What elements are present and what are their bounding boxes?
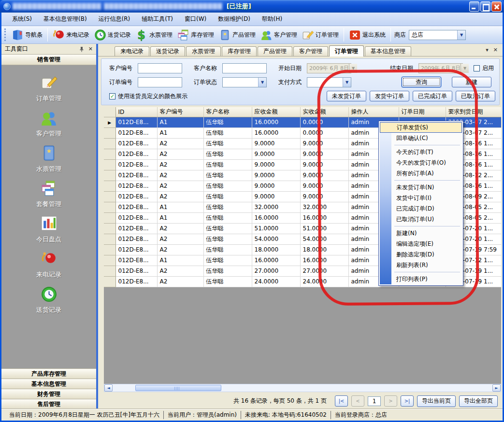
end-date-picker[interactable]: 2009年 6月 8日 ▼ — [418, 63, 463, 73]
chevron-down-icon[interactable]: ▼ — [457, 30, 465, 40]
tab-scroll-caret-icon[interactable]: ▾ — [486, 47, 489, 53]
sidebar-item-delivery-record[interactable]: 送货记录 — [20, 285, 78, 314]
sidebar-section[interactable]: 产品库存管理 — [1, 368, 96, 379]
delivery-record-button[interactable]: 送货记录 — [92, 27, 133, 42]
sidebar-section-sales[interactable]: 销售管理 — [1, 55, 96, 65]
order-button[interactable]: 订单管理 — [300, 27, 341, 42]
water-ticket-button[interactable]: $ 水票管理 — [133, 27, 175, 42]
row-selector[interactable] — [104, 202, 115, 212]
row-selector[interactable] — [104, 234, 115, 244]
menu-item[interactable]: 基本信息管理(B) — [38, 13, 93, 26]
context-menu-item[interactable]: 已完成订单(D) — [380, 203, 462, 214]
close-button[interactable] — [491, 1, 502, 12]
store-select[interactable]: 总店 ▼ — [409, 30, 466, 40]
context-menu-item[interactable]: 删除选定项(D) — [380, 249, 462, 260]
col-header-order-date[interactable]: 订单日期 — [399, 107, 446, 117]
menu-item[interactable]: 帮助(H) — [256, 13, 288, 26]
row-selector[interactable] — [104, 170, 115, 181]
first-page-button[interactable]: |< — [335, 395, 348, 407]
context-menu-item[interactable]: 编辑选定项(E) — [380, 239, 462, 249]
col-header-id[interactable]: ID — [115, 107, 157, 117]
tab[interactable]: 水票管理 — [186, 46, 221, 56]
order-status-select[interactable]: ▼ — [222, 77, 267, 87]
customer-button[interactable]: 客户管理 — [258, 27, 300, 42]
col-header-required-date[interactable]: 要求到货日期 — [446, 107, 501, 117]
sidebar-item-combo-mgmt[interactable]: 套餐管理 — [20, 180, 78, 209]
sidebar-section[interactable]: 财务管理 — [1, 389, 96, 399]
row-selector[interactable] — [104, 127, 115, 138]
col-header-customer-no[interactable]: 客户编号 — [157, 107, 203, 117]
tab-close-icon[interactable]: ✕ — [493, 47, 498, 53]
row-selector[interactable] — [104, 266, 115, 276]
sidebar-item-call-record[interactable]: 来电记录 — [20, 250, 78, 279]
col-header-customer-name[interactable]: 客户名称 — [203, 107, 252, 117]
new-button[interactable]: 新建 — [452, 77, 491, 87]
scroll-left-icon[interactable]: ◄ — [104, 384, 113, 392]
chevron-down-icon[interactable]: ▼ — [343, 78, 351, 87]
last-page-button[interactable]: >| — [401, 395, 414, 407]
row-selector[interactable] — [104, 255, 115, 266]
menu-item[interactable]: 数据维护(D) — [212, 13, 256, 26]
call-record-button[interactable]: 来电记录 — [50, 27, 92, 42]
context-menu-item[interactable]: 新建(N) — [380, 228, 462, 239]
row-selector[interactable] — [104, 191, 115, 202]
maximize-button[interactable] — [480, 1, 490, 12]
export-current-page-button[interactable]: 导出当前页 — [417, 395, 456, 407]
order-no-input[interactable] — [138, 77, 182, 87]
context-menu-item[interactable]: 未发货订单(N) — [380, 182, 462, 193]
col-header-receivable[interactable]: 应收金额 — [252, 107, 300, 117]
sidebar-close-icon[interactable]: ✕ — [88, 46, 93, 52]
order-status-filter-button[interactable]: 已完成订单 — [413, 91, 452, 101]
customer-name-input[interactable] — [222, 63, 267, 73]
context-menu-item[interactable]: 今天的发货订单(O) — [380, 157, 462, 168]
tab[interactable]: 订单管理 — [329, 45, 364, 56]
scrollbar-thumb[interactable] — [135, 385, 221, 391]
row-selector[interactable] — [104, 159, 115, 170]
context-menu-item[interactable] — [394, 272, 460, 272]
order-status-filter-button[interactable]: 已取消订单 — [456, 91, 495, 101]
row-selector[interactable] — [104, 138, 115, 149]
context-menu-item[interactable]: 已取消订单(U) — [380, 214, 462, 225]
color-display-checkbox[interactable] — [109, 93, 115, 99]
context-menu-item[interactable] — [394, 226, 460, 226]
sidebar-item-customer-mgmt[interactable]: 客户管理 — [20, 109, 78, 138]
scroll-right-icon[interactable]: ► — [492, 384, 501, 392]
start-date-picker[interactable]: 2009年 6月 8日 ▼ — [307, 63, 351, 73]
row-selector[interactable] — [104, 244, 115, 255]
context-menu-item[interactable]: 发货中订单(I) — [380, 193, 462, 203]
context-menu-item[interactable] — [394, 180, 460, 181]
sidebar-item-today-inventory[interactable]: 今日盘点 — [20, 215, 78, 244]
exit-button[interactable]: 退出系统 — [346, 27, 388, 42]
next-page-button[interactable]: > — [384, 395, 397, 407]
col-header-operator[interactable]: 操作人 — [348, 107, 399, 117]
export-all-pages-button[interactable]: 导出全部页 — [459, 395, 498, 407]
menu-item[interactable]: 系统(S) — [6, 13, 38, 26]
pay-method-select[interactable]: ▼ — [307, 77, 351, 87]
row-selector[interactable] — [104, 223, 115, 234]
product-button[interactable]: 产品管理 — [216, 27, 258, 42]
inventory-button[interactable]: 库存管理 — [175, 27, 216, 42]
row-selector[interactable] — [104, 276, 115, 287]
menu-item[interactable]: 窗口(W) — [179, 13, 212, 26]
query-button[interactable]: 查询 — [402, 77, 441, 87]
context-menu-item[interactable]: 今天的订单(T) — [380, 147, 462, 157]
row-selector[interactable] — [104, 149, 115, 159]
tab[interactable]: 客户管理 — [293, 46, 328, 56]
context-menu-item[interactable]: 打印列表(P) — [380, 274, 462, 284]
menu-item[interactable]: 辅助工具(T) — [136, 13, 179, 26]
order-status-filter-button[interactable]: 发货中订单 — [370, 91, 409, 101]
row-selector[interactable] — [104, 212, 115, 223]
context-menu-item[interactable]: 订单发货(S) — [380, 122, 462, 133]
nav-bar-button[interactable]: 导航条 — [9, 27, 45, 42]
order-status-filter-button[interactable]: 未发货订单 — [327, 91, 366, 101]
sidebar-section[interactable]: 售后管理 — [1, 399, 96, 409]
horizontal-scrollbar[interactable]: ◄ ► — [104, 384, 501, 392]
tab[interactable]: 来电记录 — [115, 46, 149, 56]
tab[interactable]: 送货记录 — [150, 46, 185, 56]
context-menu-item[interactable]: 刷新列表(R) — [380, 260, 462, 270]
sidebar-section[interactable]: 基本信息管理 — [1, 379, 96, 389]
page-number-input[interactable] — [368, 396, 381, 406]
chevron-down-icon[interactable]: ▼ — [258, 78, 266, 87]
sidebar-item-water-ticket-mgmt[interactable]: 水票管理 — [20, 144, 78, 173]
tab[interactable]: 基本信息管理 — [365, 46, 411, 56]
